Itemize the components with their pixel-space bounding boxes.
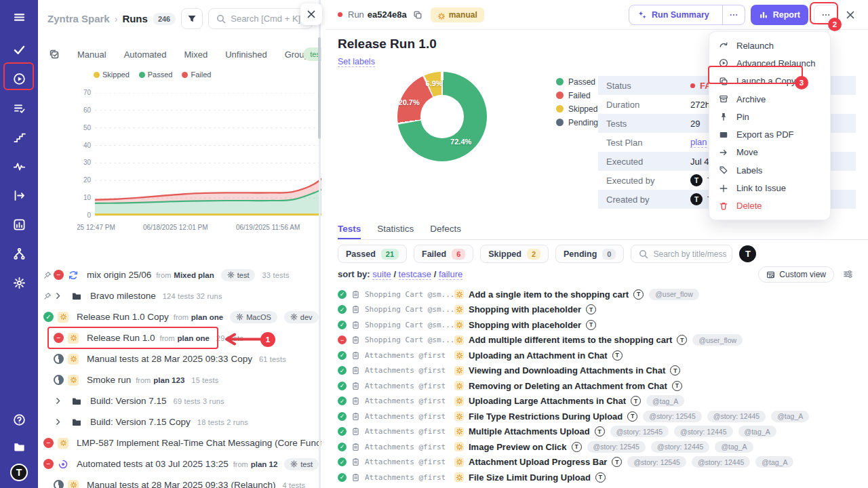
- runs-tab-automated[interactable]: Automated: [124, 49, 167, 60]
- run-list-item[interactable]: −mix origin 25/06fromMixed plantest33 te…: [38, 264, 321, 285]
- copy-run-id-button[interactable]: [413, 10, 422, 20]
- test-row[interactable]: ✓Attachments @firstUploading Large Attac…: [338, 394, 868, 409]
- run-list-item[interactable]: −Release Run 1.0fromplan one29 tests: [38, 327, 321, 348]
- sidebar-item-branches[interactable]: [0, 243, 38, 264]
- sidebar-item-folder[interactable]: [0, 436, 38, 457]
- test-row[interactable]: ✓Attachments @firstViewing and Downloadi…: [338, 363, 868, 379]
- test-title[interactable]: Removing or Deleting an Attachment from …: [469, 381, 667, 391]
- run-plan-name[interactable]: plan one: [178, 334, 210, 342]
- menu-item-advanced-relaunch[interactable]: Advanced Relaunch: [709, 54, 830, 72]
- test-title[interactable]: Viewing and Downloading Attachments in C…: [469, 365, 665, 375]
- run-plan-name[interactable]: Mixed plan: [174, 271, 214, 279]
- test-row[interactable]: ✓Attachments @firstMultiple Attachments …: [338, 424, 868, 440]
- runs-tab-manual[interactable]: Manual: [77, 49, 106, 60]
- hamburger-menu-icon[interactable]: [0, 7, 38, 27]
- test-title[interactable]: Uploading Large Attachments in Chat: [469, 396, 626, 406]
- tests-search[interactable]: [631, 245, 732, 263]
- run-list-item[interactable]: −LMP-587 Implement Real-Time Chat Messag…: [38, 432, 321, 453]
- menu-item-archive[interactable]: Archive: [709, 90, 830, 108]
- test-title[interactable]: Attachment Upload Progress Bar: [469, 457, 607, 467]
- filter-chip-passed[interactable]: Passed21: [338, 245, 407, 263]
- select-all-icon[interactable]: [49, 49, 60, 60]
- run-summary-button[interactable]: Run Summary: [629, 5, 745, 25]
- runs-search-input[interactable]: [231, 14, 305, 24]
- set-labels-link[interactable]: Set labels: [338, 57, 375, 67]
- panel-close-button[interactable]: [300, 3, 322, 25]
- runs-tab-mixed[interactable]: Mixed: [184, 49, 208, 60]
- run-list-item[interactable]: Manual tests at 28 Mar 2025 09:33 (Relau…: [38, 474, 321, 488]
- breadcrumb-section[interactable]: Runs: [122, 13, 148, 24]
- menu-item-relaunch[interactable]: Relaunch: [709, 37, 830, 54]
- filter-chip-failed[interactable]: Failed6: [414, 245, 473, 263]
- runs-tab-unfinished[interactable]: Unfinished: [225, 49, 267, 60]
- test-title[interactable]: Multiple Attachments Upload: [469, 426, 590, 436]
- run-plan-name[interactable]: plan 123: [153, 376, 184, 384]
- scrollbar-thumb[interactable]: [318, 37, 321, 139]
- test-title[interactable]: Shopping with placeholder: [469, 304, 581, 314]
- run-list-item[interactable]: ✓Release Run 1.0 Copyfromplan oneMacOSde…: [38, 306, 321, 327]
- report-button[interactable]: Report: [751, 5, 808, 25]
- test-title[interactable]: Uploading an Attachment in Chat: [469, 350, 608, 361]
- filter-chip-skipped[interactable]: Skipped2: [480, 245, 549, 263]
- run-list-item[interactable]: −Automated tests at 03 Jul 2025 13:25fro…: [38, 453, 321, 474]
- test-row[interactable]: ✓Shopping Cart @sm...Shopping with place…: [338, 317, 868, 333]
- expand-chevron-icon[interactable]: [54, 418, 67, 426]
- test-title[interactable]: Shopping with placeholder: [469, 320, 581, 330]
- sidebar-item-import[interactable]: [0, 185, 38, 205]
- sort-option-failure[interactable]: failure: [439, 269, 462, 280]
- test-title[interactable]: Add a single item to the shopping cart: [469, 289, 629, 300]
- expand-chevron-icon[interactable]: [54, 291, 67, 300]
- menu-item-pin[interactable]: Pin: [709, 108, 830, 125]
- filter-chip-pending[interactable]: Pending0: [555, 245, 624, 263]
- run-list-item[interactable]: Build: Version 7.1569 tests 3 runs: [38, 390, 321, 411]
- test-row[interactable]: ✓Attachments @firstUploading an Attachme…: [338, 348, 868, 363]
- menu-item-labels[interactable]: Labels: [709, 161, 830, 179]
- run-plan-name[interactable]: plan one: [191, 313, 223, 321]
- sidebar-item-pulse[interactable]: [0, 156, 38, 176]
- tab-statistics[interactable]: Statistics: [377, 224, 414, 239]
- sidebar-item-results[interactable]: [0, 39, 38, 60]
- expand-chevron-icon[interactable]: [54, 396, 67, 405]
- sidebar-item-plans[interactable]: [0, 127, 38, 147]
- runs-search[interactable]: [208, 8, 313, 29]
- run-list-item[interactable]: Smoke runfromplan 12315 tests: [38, 369, 321, 390]
- test-row[interactable]: ✓Attachments @firstFile Type Restriction…: [338, 409, 868, 424]
- test-title[interactable]: File Type Restrictions During Upload: [469, 411, 623, 422]
- menu-item-launch-a-copy[interactable]: Launch a Copy: [709, 73, 830, 90]
- test-row[interactable]: ✓Attachments @firstImage Preview on Clic…: [338, 439, 868, 455]
- sidebar-item-help[interactable]: [0, 409, 38, 430]
- sidebar-item-runs[interactable]: [0, 68, 38, 89]
- breadcrumb-project[interactable]: Zyntra Spark: [47, 13, 110, 24]
- custom-view-button[interactable]: Custom view: [758, 266, 834, 283]
- sidebar-item-analytics[interactable]: [0, 214, 38, 235]
- close-run-button[interactable]: [844, 8, 857, 22]
- filter-button[interactable]: [181, 8, 203, 29]
- test-row[interactable]: ✓Shopping Cart @sm...Shopping with place…: [338, 302, 868, 318]
- menu-item-link-to-issue[interactable]: Link to Issue: [709, 179, 830, 197]
- test-row[interactable]: ✓Attachments @firstRemoving or Deleting …: [338, 378, 868, 394]
- run-list-item[interactable]: Bravo milestone124 tests 32 runs: [38, 285, 321, 306]
- test-title[interactable]: Image Preview on Click: [469, 442, 567, 452]
- sort-option-suite[interactable]: suite: [372, 269, 391, 280]
- run-list-item[interactable]: Build: Version 7.15 Copy18 tests 2 runs: [38, 411, 321, 432]
- test-row[interactable]: ✓Shopping Cart @sm...Add a single item t…: [338, 287, 868, 302]
- tests-search-input[interactable]: [653, 249, 726, 259]
- sidebar-item-settings[interactable]: [0, 272, 38, 293]
- user-avatar[interactable]: T: [10, 464, 28, 481]
- test-row[interactable]: ✓Attachments @firstAttachment Upload Pro…: [338, 455, 868, 470]
- run-plan-name[interactable]: plan 12: [251, 460, 278, 468]
- sidebar-item-tests[interactable]: [0, 98, 38, 118]
- run-list-item[interactable]: Manual tests at 28 Mar 2025 09:33 Copy61…: [38, 348, 321, 369]
- tab-defects[interactable]: Defects: [430, 224, 461, 239]
- view-settings-icon[interactable]: [843, 269, 853, 282]
- tab-tests[interactable]: Tests: [338, 224, 361, 239]
- menu-item-move[interactable]: Move: [709, 144, 830, 161]
- test-title[interactable]: Add multiple different items to the shop…: [469, 335, 672, 345]
- assignee-filter-avatar[interactable]: T: [739, 245, 756, 262]
- test-row[interactable]: −Shopping Cart @sm...Add multiple differ…: [338, 333, 868, 348]
- run-summary-more-button[interactable]: [722, 5, 745, 24]
- test-title[interactable]: File Size Limit During Upload: [469, 472, 591, 483]
- menu-item-delete[interactable]: Delete: [709, 197, 830, 215]
- menu-item-export-as-pdf[interactable]: PDFExport as PDF: [709, 125, 830, 143]
- test-row[interactable]: ✓Attachments @firstFile Size Limit Durin…: [338, 470, 868, 485]
